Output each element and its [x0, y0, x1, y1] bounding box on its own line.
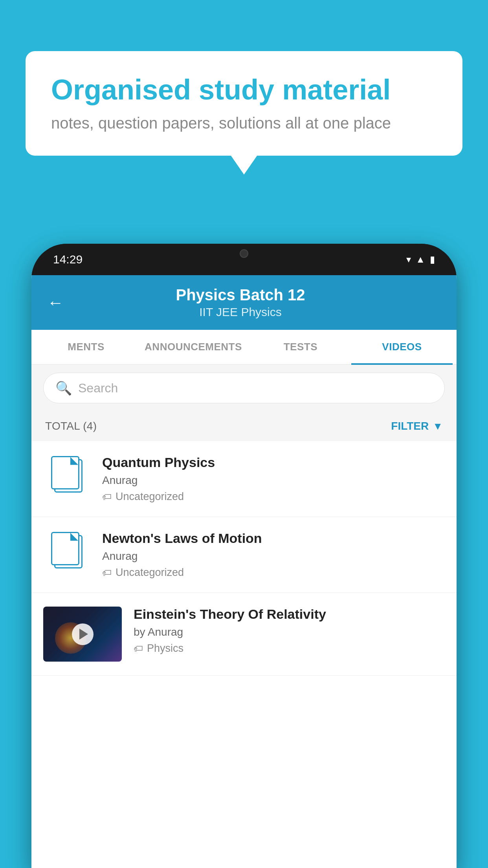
- video-author-1: Anurag: [102, 474, 445, 487]
- tag-icon-3: 🏷: [134, 643, 143, 654]
- back-button[interactable]: ←: [47, 293, 64, 312]
- search-placeholder: Search: [78, 381, 118, 395]
- header-title: Physics Batch 12: [75, 286, 405, 304]
- screen: ← Physics Batch 12 IIT JEE Physics MENTS…: [31, 275, 457, 868]
- filter-button[interactable]: FILTER ▼: [391, 420, 443, 432]
- einstein-thumbnail: [43, 607, 122, 662]
- tabs-bar: MENTS ANNOUNCEMENTS TESTS VIDEOS: [31, 330, 457, 365]
- speech-bubble-heading: Organised study material: [51, 73, 437, 107]
- speech-bubble-subtext: notes, question papers, solutions all at…: [51, 114, 437, 132]
- notch: [209, 244, 279, 263]
- tag-label-1: Uncategorized: [116, 491, 184, 503]
- play-button-icon: [72, 623, 94, 645]
- video-info-1: Quantum Physics Anurag 🏷 Uncategorized: [102, 455, 445, 503]
- video-tag-2: 🏷 Uncategorized: [102, 566, 445, 579]
- search-bar-container: 🔍 Search: [31, 365, 457, 411]
- einstein-info: Einstein's Theory Of Relativity by Anura…: [134, 607, 445, 655]
- einstein-title: Einstein's Theory Of Relativity: [134, 607, 445, 622]
- video-list: Quantum Physics Anurag 🏷 Uncategorized: [31, 441, 457, 676]
- tab-announcements[interactable]: ANNOUNCEMENTS: [137, 330, 250, 364]
- battery-icon: ▮: [430, 254, 435, 265]
- status-icons: ▾ ▲ ▮: [406, 254, 435, 265]
- tab-videos[interactable]: VIDEOS: [351, 330, 453, 364]
- filter-row: TOTAL (4) FILTER ▼: [31, 411, 457, 441]
- video-title-2: Newton's Laws of Motion: [102, 531, 445, 546]
- file-icon-front-2: [51, 532, 79, 565]
- video-thumbnail-1: [43, 455, 90, 494]
- file-icon-1: [51, 456, 83, 493]
- file-icon-front: [51, 456, 79, 489]
- tag-icon-1: 🏷: [102, 491, 112, 502]
- header-title-area: Physics Batch 12 IIT JEE Physics: [75, 286, 405, 319]
- header-subtitle: IIT JEE Physics: [75, 305, 405, 319]
- file-icon-2: [51, 532, 83, 569]
- einstein-author: by Anurag: [134, 626, 445, 638]
- total-count: TOTAL (4): [45, 420, 97, 432]
- list-item[interactable]: Quantum Physics Anurag 🏷 Uncategorized: [31, 441, 457, 517]
- video-thumbnail-2: [43, 531, 90, 570]
- search-input-wrap[interactable]: 🔍 Search: [43, 373, 445, 403]
- tag-icon-2: 🏷: [102, 567, 112, 578]
- video-author-2: Anurag: [102, 550, 445, 563]
- file-icon-fold-2: [70, 533, 78, 541]
- wifi-icon: ▾: [406, 254, 411, 265]
- phone-frame: 14:29 ▾ ▲ ▮ ← Physics Batch 12 IIT JEE P…: [31, 244, 457, 868]
- tab-ments[interactable]: MENTS: [35, 330, 137, 364]
- status-bar: 14:29 ▾ ▲ ▮: [31, 244, 457, 275]
- tag-label-2: Uncategorized: [116, 566, 184, 579]
- tab-tests[interactable]: TESTS: [250, 330, 351, 364]
- filter-label: FILTER: [391, 420, 429, 432]
- video-tag-1: 🏷 Uncategorized: [102, 491, 445, 503]
- status-time: 14:29: [53, 253, 83, 266]
- app-header: ← Physics Batch 12 IIT JEE Physics: [31, 275, 457, 330]
- search-icon: 🔍: [55, 380, 72, 396]
- speech-bubble: Organised study material notes, question…: [26, 51, 462, 156]
- file-icon-fold: [70, 457, 78, 465]
- video-title-1: Quantum Physics: [102, 455, 445, 470]
- speech-bubble-container: Organised study material notes, question…: [26, 51, 462, 156]
- camera-dot: [240, 249, 248, 258]
- list-item[interactable]: Einstein's Theory Of Relativity by Anura…: [31, 593, 457, 676]
- einstein-tag: 🏷 Physics: [134, 642, 445, 655]
- tag-label-3: Physics: [147, 642, 183, 655]
- list-item[interactable]: Newton's Laws of Motion Anurag 🏷 Uncateg…: [31, 517, 457, 593]
- signal-icon: ▲: [416, 254, 425, 265]
- video-info-2: Newton's Laws of Motion Anurag 🏷 Uncateg…: [102, 531, 445, 579]
- filter-icon: ▼: [433, 420, 443, 432]
